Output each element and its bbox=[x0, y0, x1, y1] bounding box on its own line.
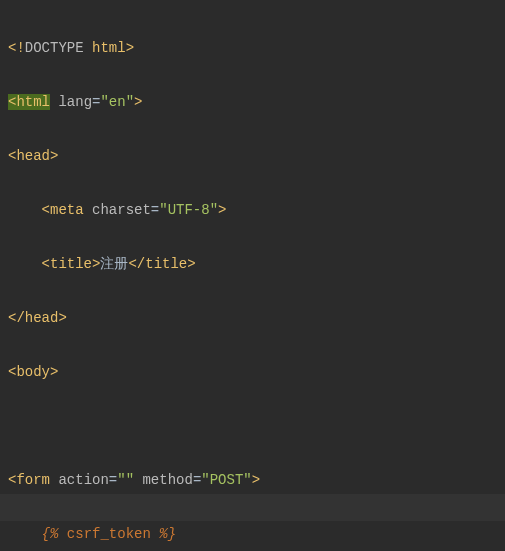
token-tag: head bbox=[16, 148, 50, 164]
token-tag: html bbox=[92, 40, 126, 56]
token-tag: body bbox=[16, 364, 50, 380]
token-text: 注册 bbox=[100, 256, 128, 272]
token-string: "en" bbox=[100, 94, 134, 110]
token-punct: > bbox=[58, 310, 66, 326]
token-django-open: {% bbox=[42, 526, 67, 542]
token-string: "POST" bbox=[201, 472, 251, 488]
token-punct: </ bbox=[8, 310, 25, 326]
token-punct: > bbox=[252, 472, 260, 488]
token-punct: </ bbox=[128, 256, 145, 272]
code-line[interactable]: <title>注册</title> bbox=[8, 251, 497, 278]
token-punct: = bbox=[109, 472, 117, 488]
code-line[interactable]: <form action="" method="POST"> bbox=[8, 467, 497, 494]
token-space bbox=[8, 202, 42, 218]
token-attr: charset bbox=[92, 202, 151, 218]
token-punct: > bbox=[50, 148, 58, 164]
token-space bbox=[84, 40, 92, 56]
token-attr: method bbox=[142, 472, 192, 488]
token-attr: lang bbox=[58, 94, 92, 110]
token-space bbox=[8, 418, 16, 434]
token-punct: <! bbox=[8, 40, 25, 56]
token-space bbox=[84, 202, 92, 218]
token-attr: action bbox=[58, 472, 108, 488]
code-line[interactable]: <html lang="en"> bbox=[8, 89, 497, 116]
token-punct: = bbox=[151, 202, 159, 218]
token-space bbox=[8, 526, 42, 542]
token-django-var: csrf_token bbox=[67, 526, 151, 542]
code-line[interactable]: {% csrf_token %} bbox=[8, 521, 497, 548]
token-punct: > bbox=[126, 40, 134, 56]
token-punct: > bbox=[187, 256, 195, 272]
token-tag: meta bbox=[50, 202, 84, 218]
token-space bbox=[8, 256, 42, 272]
token-tag: head bbox=[25, 310, 59, 326]
code-line[interactable]: <!DOCTYPE html> bbox=[8, 35, 497, 62]
token-punct: > bbox=[134, 94, 142, 110]
token-tag: form bbox=[16, 472, 50, 488]
code-line[interactable]: <meta charset="UTF-8"> bbox=[8, 197, 497, 224]
code-line[interactable]: <body> bbox=[8, 359, 497, 386]
token-string: "UTF-8" bbox=[159, 202, 218, 218]
code-editor[interactable]: <!DOCTYPE html> <html lang="en"> <head> … bbox=[0, 0, 505, 551]
token-tag: title bbox=[145, 256, 187, 272]
code-line[interactable]: </head> bbox=[8, 305, 497, 332]
code-line[interactable] bbox=[8, 413, 497, 440]
token-punct: > bbox=[50, 364, 58, 380]
token-punct: < bbox=[42, 256, 50, 272]
token-tag: html bbox=[16, 94, 50, 110]
token-tag: title bbox=[50, 256, 92, 272]
code-line[interactable]: <head> bbox=[8, 143, 497, 170]
token-doctype: DOCTYPE bbox=[25, 40, 84, 56]
token-string: "" bbox=[117, 472, 134, 488]
token-punct: < bbox=[42, 202, 50, 218]
token-django-close: %} bbox=[151, 526, 176, 542]
token-punct: > bbox=[218, 202, 226, 218]
